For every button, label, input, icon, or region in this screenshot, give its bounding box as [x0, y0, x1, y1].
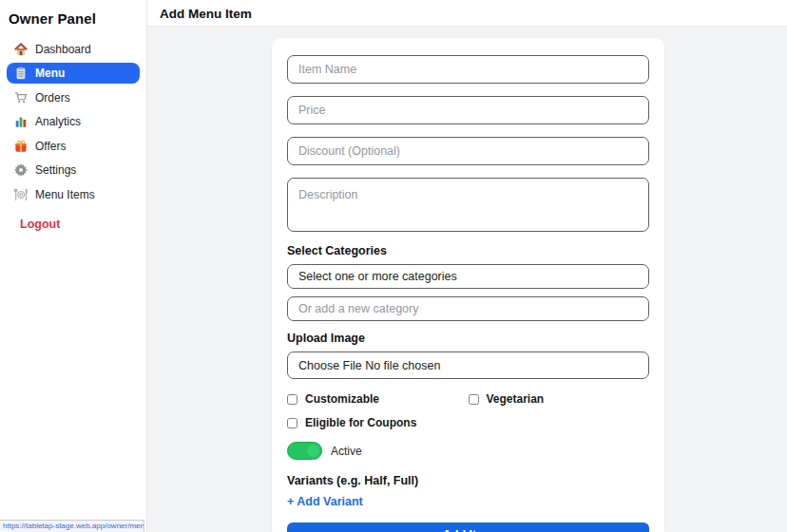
sidebar-item-label: Settings [35, 163, 76, 177]
bar-chart-icon [14, 115, 28, 128]
app-title: Owner Panel [0, 0, 146, 35]
active-toggle-label: Active [331, 445, 362, 458]
add-item-button[interactable]: Add Item [287, 522, 649, 532]
new-category-input[interactable] [287, 296, 649, 321]
sidebar-item-label: Menu [35, 66, 65, 80]
cart-icon [14, 91, 28, 104]
sidebar-item-offers[interactable]: Offers [7, 136, 140, 157]
status-url-tooltip: https://tabletap-stage.web.app/owner/men… [0, 520, 144, 532]
checkbox-cell-customizable: Customizable [287, 392, 469, 406]
add-variant-link[interactable]: + Add Variant [287, 495, 649, 508]
upload-image-label: Upload Image [287, 332, 649, 345]
sidebar-item-menu[interactable]: Menu [7, 63, 140, 84]
sidebar-item-label: Orders [35, 91, 70, 104]
file-input-text: Choose File No file chosen [298, 359, 440, 372]
description-input[interactable] [287, 178, 649, 232]
sidebar-item-label: Offers [35, 140, 66, 153]
checkbox-cell-vegetarian: Vegetarian [469, 392, 650, 406]
active-toggle-row: Active [287, 442, 649, 460]
sidebar-item-label: Dashboard [35, 43, 91, 56]
price-input[interactable] [287, 96, 649, 124]
sidebar-item-label: Analytics [35, 115, 81, 128]
house-icon [14, 43, 28, 56]
active-toggle[interactable] [287, 442, 322, 460]
sidebar-item-label: Menu Items [35, 188, 95, 201]
content-area: Select Categories Select one or more cat… [147, 27, 787, 532]
vegetarian-label: Vegetarian [487, 392, 545, 406]
gear-icon [14, 163, 28, 177]
page-title: Add Menu Item [147, 0, 787, 21]
categories-select[interactable]: Select one or more categories [287, 264, 649, 289]
plate-icon [14, 188, 28, 201]
categories-label: Select Categories [287, 244, 649, 257]
variants-label: Variants (e.g. Half, Full) [287, 474, 649, 487]
customizable-label: Customizable [305, 392, 379, 406]
sidebar-item-orders[interactable]: Orders [7, 87, 140, 108]
sidebar: Owner Panel Dashboard Menu Orders Analyt… [0, 0, 147, 532]
add-menu-item-form: Select Categories Select one or more cat… [272, 38, 664, 532]
file-input[interactable]: Choose File No file chosen [287, 352, 649, 379]
coupons-checkbox[interactable] [287, 418, 298, 428]
sidebar-item-dashboard[interactable]: Dashboard [7, 39, 140, 60]
toggle-knob [307, 445, 319, 457]
categories-select-value: Select one or more categories [298, 270, 457, 283]
discount-input[interactable] [287, 137, 649, 165]
sidebar-item-analytics[interactable]: Analytics [7, 111, 140, 132]
checkbox-row-1: Customizable Vegetarian [287, 392, 649, 406]
vegetarian-checkbox[interactable] [469, 394, 479, 405]
customizable-checkbox[interactable] [287, 394, 298, 405]
sidebar-item-settings[interactable]: Settings [7, 160, 140, 180]
logout-button[interactable]: Logout [0, 218, 146, 231]
clipboard-icon [14, 66, 28, 80]
sidebar-item-menu-items[interactable]: Menu Items [7, 184, 140, 205]
gift-icon [14, 140, 28, 153]
coupons-label: Eligible for Coupons [305, 416, 416, 429]
checkbox-row-2: Eligible for Coupons [287, 416, 649, 429]
item-name-input[interactable] [287, 55, 649, 84]
topbar: Add Menu Item [147, 0, 787, 27]
checkbox-cell-coupons: Eligible for Coupons [287, 416, 474, 429]
